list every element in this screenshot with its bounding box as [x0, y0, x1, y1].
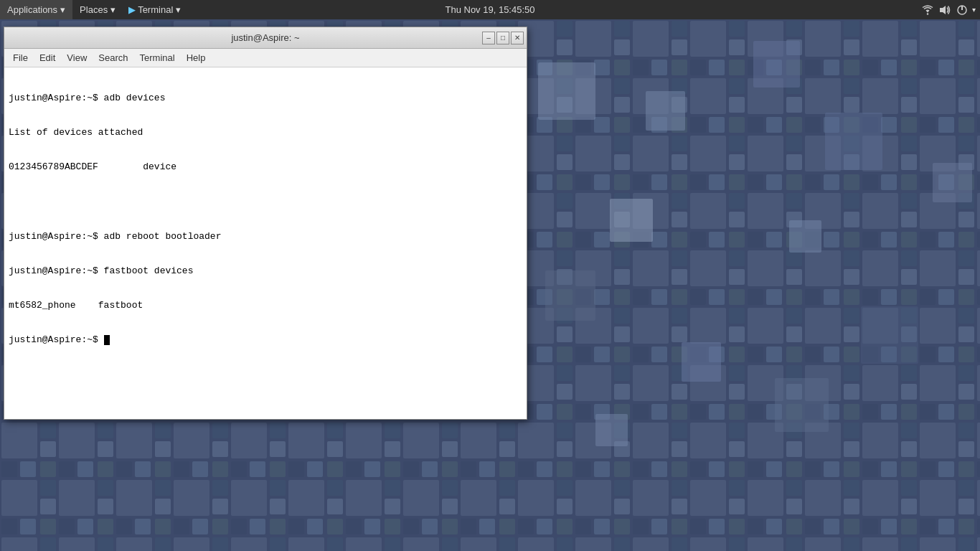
terminal-title: justin@Aspire: ~	[231, 32, 299, 43]
taskbar: Applications ▾ Places ▾ ▶ Terminal ▾ Thu…	[0, 0, 980, 19]
places-menu[interactable]: Places ▾	[72, 0, 123, 19]
terminal-window: justin@Aspire: ~ – □ ✕ File Edit View Se…	[4, 27, 527, 420]
volume-icon[interactable]	[938, 3, 952, 17]
applications-label: Applications	[7, 4, 57, 15]
svg-rect-10	[825, 113, 882, 170]
svg-rect-9	[753, 41, 800, 88]
terminal-line-1: justin@Aspire:~$ adb devices	[9, 92, 522, 105]
minimize-button[interactable]: –	[482, 32, 495, 44]
power-arrow-icon: ▾	[972, 6, 976, 14]
maximize-button[interactable]: □	[496, 32, 509, 44]
power-icon[interactable]	[955, 3, 969, 17]
terminal-content[interactable]: justin@Aspire:~$ adb devices List of dev…	[4, 67, 527, 419]
terminal-taskbar-label: Terminal	[138, 4, 173, 15]
menu-view[interactable]: View	[61, 49, 93, 67]
window-controls: – □ ✕	[482, 32, 524, 44]
menu-edit[interactable]: Edit	[34, 49, 61, 67]
taskbar-right: ▾	[920, 0, 980, 19]
svg-marker-20	[940, 6, 946, 14]
places-label: Places	[80, 4, 108, 15]
terminal-line-2: List of devices attached	[9, 126, 522, 139]
menu-file[interactable]: File	[7, 49, 34, 67]
svg-rect-14	[861, 306, 918, 364]
svg-rect-8	[646, 91, 685, 131]
clock: Thu Nov 19, 15:45:50	[445, 4, 534, 15]
svg-rect-12	[789, 220, 821, 253]
svg-rect-16	[775, 378, 829, 432]
terminal-cursor	[104, 335, 110, 345]
taskbar-left: Applications ▾ Places ▾ ▶ Terminal ▾	[0, 0, 187, 19]
terminal-line-3: 0123456789ABCDEF device	[9, 161, 522, 174]
applications-menu[interactable]: Applications ▾	[0, 0, 72, 19]
terminal-line-7: mt6582_phone fastboot	[9, 299, 522, 312]
terminal-line-4	[9, 196, 522, 209]
menu-terminal[interactable]: Terminal	[134, 49, 181, 67]
applications-arrow-icon: ▾	[60, 4, 65, 15]
terminal-taskbar-arrow-icon: ▾	[176, 4, 181, 15]
places-arrow-icon: ▾	[110, 4, 116, 15]
terminal-taskbar-icon: ▶	[128, 5, 135, 15]
terminal-taskbar-item[interactable]: ▶ Terminal ▾	[123, 0, 187, 19]
terminal-titlebar[interactable]: justin@Aspire: ~ – □ ✕	[4, 27, 527, 49]
svg-rect-15	[682, 342, 721, 382]
svg-rect-18	[933, 163, 972, 202]
svg-rect-11	[610, 199, 653, 242]
terminal-menubar: File Edit View Search Terminal Help	[4, 49, 527, 67]
wifi-icon[interactable]	[920, 3, 935, 17]
desktop: Applications ▾ Places ▾ ▶ Terminal ▾ Thu…	[0, 0, 980, 551]
terminal-line-5: justin@Aspire:~$ adb reboot bootloader	[9, 230, 522, 243]
terminal-line-6: justin@Aspire:~$ fastboot devices	[9, 265, 522, 278]
terminal-line-8: justin@Aspire:~$	[9, 334, 522, 347]
svg-rect-13	[545, 270, 595, 321]
svg-point-19	[927, 13, 928, 14]
menu-search[interactable]: Search	[93, 49, 133, 67]
svg-rect-17	[595, 414, 628, 446]
menu-help[interactable]: Help	[181, 49, 212, 67]
svg-rect-7	[538, 62, 595, 120]
close-button[interactable]: ✕	[511, 32, 524, 44]
